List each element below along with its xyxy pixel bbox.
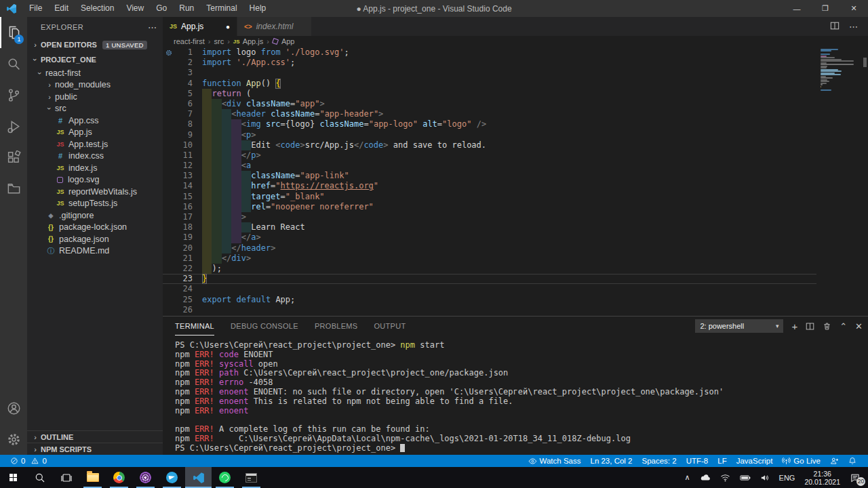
activity-explorer[interactable]: 1 — [0, 17, 27, 48]
taskbar-whatsapp[interactable] — [212, 467, 238, 488]
tree-item-react-first[interactable]: ›react-first — [27, 67, 163, 79]
activity-settings[interactable] — [0, 424, 27, 455]
tree-item-index-css[interactable]: #index.css — [27, 150, 163, 163]
status-spaces-2[interactable]: Spaces: 2 — [637, 455, 682, 467]
panel-tab-output[interactable]: OUTPUT — [374, 317, 406, 336]
status-watch-sass[interactable]: Watch Sass — [524, 455, 586, 467]
project-root-section[interactable]: › PROJECT_ONE — [27, 52, 163, 67]
taskbar-start[interactable] — [0, 467, 26, 488]
breadcrumb-item-react-first[interactable]: react-first — [174, 37, 205, 45]
more-actions-icon[interactable]: ⋯ — [849, 22, 859, 32]
activity-extensions[interactable] — [0, 142, 27, 173]
tree-item-logo-svg[interactable]: logo.svg — [27, 174, 163, 186]
maximize-panel-icon[interactable]: ⌃ — [840, 321, 847, 331]
code-line[interactable]: 4function App() { — [163, 79, 816, 89]
terminal-output[interactable]: PS C:\Users\Сергей\react_project\project… — [163, 336, 868, 455]
taskbar-vscode[interactable] — [185, 467, 212, 488]
tree-item-src[interactable]: ›src — [27, 103, 163, 115]
activity-account[interactable] — [0, 392, 27, 424]
modified-dot-icon[interactable]: ● — [216, 23, 230, 30]
tree-item-setuptests-js[interactable]: JSsetupTests.js — [27, 198, 163, 210]
section-outline[interactable]: ›OUTLINE — [27, 430, 163, 443]
code-line[interactable]: 13className="app-link" — [163, 171, 816, 181]
code-line[interactable]: 17> — [163, 212, 816, 222]
tree-item-node-modules[interactable]: ›node_modules — [27, 79, 163, 92]
activity-run-debug[interactable] — [0, 110, 27, 142]
activity-search[interactable] — [0, 48, 27, 79]
code-line[interactable]: 21</div> — [163, 253, 816, 264]
taskbar-task-view[interactable] — [53, 467, 79, 488]
code-line[interactable]: 22); — [163, 264, 816, 274]
tree-item-readme-md[interactable]: ⓘREADME.md — [27, 245, 163, 258]
status-javascript[interactable]: JavaScript — [732, 455, 778, 467]
code-line[interactable]: 19</a> — [163, 232, 816, 243]
tree-item-public[interactable]: ›public — [27, 91, 163, 103]
kill-terminal-icon[interactable] — [823, 322, 831, 331]
minimap[interactable] — [816, 47, 868, 316]
tree-item-package-lock-json[interactable]: {}package-lock.json — [27, 222, 163, 234]
code-line[interactable]: 8<img src={logo} className="app-logo" al… — [163, 119, 816, 129]
volume-icon[interactable] — [755, 467, 774, 488]
menu-view[interactable]: View — [120, 0, 150, 17]
terminal-shell-select[interactable]: 2: powershell ▾ — [695, 319, 783, 333]
taskbar-terminal-app[interactable] — [238, 467, 264, 488]
tree-item-app-test-js[interactable]: JSApp.test.js — [27, 138, 163, 150]
taskbar-file-explorer[interactable] — [79, 467, 106, 488]
hidden-icons-chevron-icon[interactable]: ∧ — [680, 467, 695, 488]
clock[interactable]: 21:36 20.01.2021 — [800, 467, 845, 488]
tree-item--gitignore[interactable]: ◆.gitignore — [27, 209, 163, 222]
code-line[interactable]: 9<p> — [163, 130, 816, 140]
code-line[interactable]: 10Edit <code>src/App.js</code> and save … — [163, 140, 816, 150]
activity-folder-manager[interactable] — [0, 173, 27, 204]
code-line[interactable]: 23} — [163, 274, 816, 284]
tree-item-package-json[interactable]: {}package.json — [27, 233, 163, 245]
menu-run[interactable]: Run — [173, 0, 200, 17]
code-line[interactable]: 15target="_blank" — [163, 192, 816, 202]
tab-app-js[interactable]: JSApp.js● — [163, 17, 237, 36]
explorer-actions-icon[interactable]: ⋯ — [148, 22, 157, 33]
breadcrumb-item-app[interactable]: App — [273, 37, 295, 45]
tree-item-app-js[interactable]: JSApp.js — [27, 127, 163, 139]
status-bell[interactable] — [844, 455, 861, 467]
code-line[interactable]: 26 — [163, 305, 816, 315]
restore-button[interactable]: ❐ — [811, 0, 840, 17]
split-editor-icon[interactable] — [830, 21, 840, 33]
code-line[interactable]: 14href="https://reactjs.org" — [163, 181, 816, 191]
taskbar-search[interactable] — [26, 467, 53, 488]
language-indicator[interactable]: ENG — [774, 467, 800, 488]
code-line[interactable]: 24 — [163, 284, 816, 294]
menu-go[interactable]: Go — [150, 0, 173, 17]
code-line[interactable]: 11</p> — [163, 150, 816, 161]
section-npm-scripts[interactable]: ›NPM SCRIPTS — [27, 443, 163, 455]
minimize-button[interactable]: — — [783, 0, 811, 17]
status-ln-23-col-2[interactable]: Ln 23, Col 2 — [585, 455, 637, 467]
status-person-add[interactable] — [825, 455, 844, 467]
code-line[interactable]: 16rel="noopener noreferrer" — [163, 202, 816, 212]
split-terminal-icon[interactable] — [806, 322, 814, 331]
panel-tab-problems[interactable]: PROBLEMS — [315, 317, 358, 336]
code-line[interactable]: 12<a — [163, 161, 816, 171]
code-line[interactable]: 5return ( — [163, 89, 816, 99]
activity-source-control[interactable] — [0, 79, 27, 110]
breadcrumb-item-app-js[interactable]: JSApp.js — [233, 37, 263, 45]
menu-terminal[interactable]: Terminal — [200, 0, 243, 17]
code-line[interactable]: 3 — [163, 68, 816, 78]
menu-selection[interactable]: Selection — [75, 0, 120, 17]
code-line[interactable]: 25export default App; — [163, 295, 816, 305]
taskbar-tor[interactable] — [132, 467, 159, 488]
wifi-icon[interactable] — [715, 467, 735, 488]
new-terminal-icon[interactable]: + — [791, 321, 797, 332]
code-line[interactable]: 7<header className="app-header"> — [163, 109, 816, 119]
tree-item-reportwebvitals-js[interactable]: JSreportWebVitals.js — [27, 186, 163, 198]
panel-tab-debug-console[interactable]: DEBUG CONSOLE — [231, 317, 298, 336]
menu-help[interactable]: Help — [243, 0, 273, 17]
close-button[interactable]: ✕ — [840, 0, 868, 17]
code-line[interactable]: 18Learn React — [163, 222, 816, 232]
close-panel-icon[interactable]: ✕ — [855, 321, 863, 331]
notification-center-icon[interactable]: 20 — [845, 467, 865, 488]
status-lf[interactable]: LF — [713, 455, 731, 467]
tree-item-app-css[interactable]: #App.css — [27, 115, 163, 127]
onedrive-cloud-icon[interactable] — [695, 467, 715, 488]
panel-tab-terminal[interactable]: TERMINAL — [175, 317, 214, 336]
code-line[interactable]: 6<div className="app"> — [163, 99, 816, 109]
